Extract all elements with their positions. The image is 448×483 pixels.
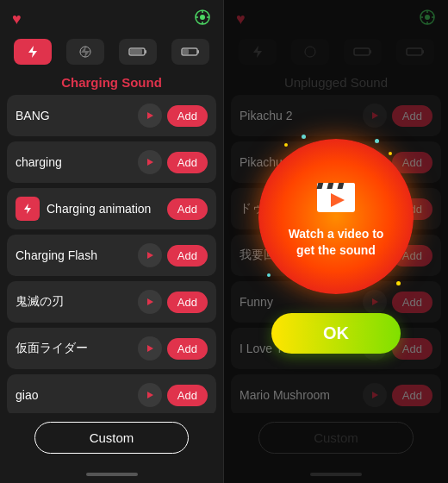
svg-marker-14: [147, 112, 153, 119]
dot-1: [302, 135, 306, 139]
clapper-icon: [314, 174, 358, 216]
list-item: giao Add: [7, 374, 216, 413]
list-item: Charging animation Add: [7, 188, 216, 229]
charging-icon: [16, 197, 40, 221]
add-button[interactable]: Add: [167, 385, 208, 406]
svg-marker-20: [147, 392, 153, 398]
left-panel: ♥: [0, 0, 224, 483]
svg-rect-10: [130, 49, 142, 54]
modal-overlay: Watch a video to get the sound OK: [224, 0, 448, 483]
svg-rect-13: [183, 49, 189, 54]
list-item: Charging Flash Add: [7, 235, 216, 276]
svg-marker-17: [147, 252, 153, 259]
heart-icon: ♥: [12, 10, 22, 28]
left-sound-list: BANG Add charging Add Charging animation…: [0, 95, 223, 413]
location-icon-left: [194, 9, 211, 30]
tab-2[interactable]: [66, 39, 104, 65]
left-section-title: Charging Sound: [0, 68, 223, 95]
play-button[interactable]: [138, 104, 162, 128]
list-item: BANG Add: [7, 95, 216, 136]
video-icon-wrapper: [314, 174, 358, 219]
svg-marker-16: [24, 204, 31, 214]
tab-charging-sound[interactable]: [14, 39, 52, 65]
list-item: 鬼滅の刃 Add: [7, 281, 216, 323]
add-button[interactable]: Add: [167, 338, 208, 360]
play-button[interactable]: [138, 383, 162, 407]
home-indicator: [86, 473, 138, 476]
tab-4[interactable]: [171, 39, 209, 65]
bottom-bar-left: [0, 466, 223, 483]
dot-6: [396, 281, 401, 285]
sound-name: 仮面ライダー: [16, 341, 138, 356]
svg-marker-6: [28, 46, 37, 58]
sound-name: charging: [16, 155, 138, 169]
custom-button[interactable]: Custom: [34, 422, 189, 454]
dot-2: [284, 143, 288, 147]
sound-name: Charging animation: [47, 202, 167, 216]
svg-marker-18: [147, 298, 153, 305]
left-tab-bar: [0, 35, 223, 68]
right-panel: ♥: [224, 0, 448, 483]
modal-circle: Watch a video to get the sound: [258, 139, 414, 294]
svg-rect-12: [197, 50, 199, 53]
add-button[interactable]: Add: [167, 292, 208, 313]
dot-4: [389, 152, 392, 155]
list-item: 仮面ライダー Add: [7, 328, 216, 369]
svg-marker-15: [147, 159, 153, 166]
modal-container: Watch a video to get the sound OK: [250, 130, 422, 354]
sound-name: 鬼滅の刃: [16, 294, 138, 310]
custom-button-wrapper: Custom: [0, 413, 223, 466]
list-item: charging Add: [7, 141, 216, 183]
add-button[interactable]: Add: [167, 152, 208, 173]
dot-3: [375, 139, 379, 143]
svg-point-1: [200, 15, 205, 20]
play-button[interactable]: [138, 290, 162, 314]
svg-marker-19: [147, 345, 153, 352]
play-button[interactable]: [138, 336, 162, 361]
modal-text-line2: get the sound: [296, 242, 376, 258]
play-button[interactable]: [138, 243, 162, 267]
svg-rect-9: [145, 50, 146, 53]
sound-name: giao: [16, 388, 138, 402]
sound-name: BANG: [16, 109, 138, 122]
modal-circle-wrapper: Watch a video to get the sound: [250, 130, 422, 303]
sound-name: Charging Flash: [16, 248, 138, 262]
left-top-bar: ♥: [0, 0, 223, 35]
tab-3[interactable]: [119, 39, 157, 65]
ok-button[interactable]: OK: [271, 313, 401, 354]
play-button[interactable]: [138, 150, 162, 174]
dot-5: [267, 273, 271, 277]
add-button[interactable]: Add: [167, 245, 208, 267]
modal-text-line1: Watch a video to: [289, 226, 384, 242]
add-button[interactable]: Add: [167, 105, 208, 127]
add-button[interactable]: Add: [167, 198, 208, 220]
